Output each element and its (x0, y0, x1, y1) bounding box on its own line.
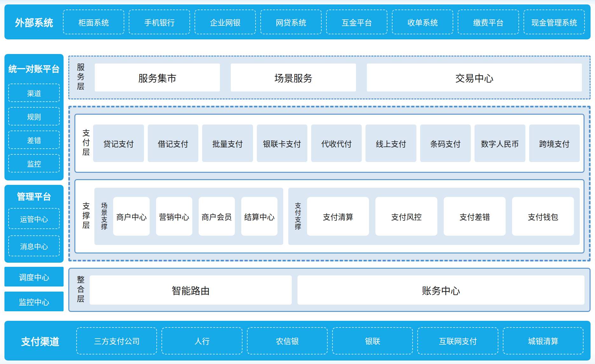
payment-support-item: 支付差错 (444, 197, 506, 236)
payment-channels-bar: 支付渠道 三方支付公司 人行 农信银 银联 互联网支付 城银清算 (4, 321, 591, 361)
support-layer-panel: 支撑层 场景支撑 商户中心 营销中心 商户会员 结算中心 支付支撑 支付清算 支… (74, 179, 585, 253)
payment-item: 银联卡支付 (257, 125, 307, 162)
mgmt-platform-panel: 管理平台 运管中心 消息中心 (4, 185, 64, 263)
payment-item: 跨境支付 (529, 125, 580, 162)
main-column: 服务层 服务集市 场景服务 交易中心 支付层 贷记支付 借记支付 批量支付 银联… (68, 39, 591, 312)
scene-support-item: 商户中心 (113, 197, 149, 236)
payment-support-item: 支付风控 (375, 197, 437, 236)
mgmt-item: 消息中心 (8, 235, 60, 256)
payment-channel-item: 农信银 (247, 327, 328, 354)
recon-platform-panel: 统一对账平台 渠道 规则 差错 监控 (4, 54, 64, 180)
service-item: 服务集市 (95, 64, 220, 91)
scene-support-group: 场景支撑 商户中心 营销中心 商户会员 结算中心 (94, 188, 283, 245)
mgmt-platform-title: 管理平台 (8, 190, 60, 202)
payment-support-label: 支付支撑 (294, 202, 301, 230)
payment-item: 数字人民币 (475, 125, 525, 162)
payment-channel-item: 城银清算 (503, 327, 584, 354)
payment-item: 线上支付 (366, 125, 416, 162)
mgmt-item: 运管中心 (8, 208, 60, 229)
integration-item: 账务中心 (298, 275, 585, 305)
recon-item: 差错 (8, 131, 60, 149)
recon-item: 规则 (8, 107, 60, 125)
payment-channel-item: 人行 (161, 327, 242, 354)
scene-support-label: 场景支撑 (100, 202, 107, 230)
payment-channel-item: 互联网支付 (417, 327, 498, 354)
external-system-item: 收单系统 (392, 10, 453, 34)
integration-item: 智能路由 (90, 275, 292, 305)
scene-support-item: 营销中心 (156, 197, 192, 236)
external-system-item: 柜面系统 (63, 10, 124, 34)
service-item: 场景服务 (231, 64, 356, 91)
external-system-item: 企业网银 (195, 10, 256, 34)
payment-channels-items: 三方支付公司 人行 农信银 银联 互联网支付 城银清算 (76, 327, 584, 354)
integration-layer-label: 整合层 (76, 276, 84, 304)
payment-item: 条码支付 (420, 125, 471, 162)
architecture-diagram: 外部系统 柜面系统 手机银行 企业网银 网贷系统 互金平台 收单系统 缴费平台 … (0, 0, 595, 364)
external-systems-items: 柜面系统 手机银行 企业网银 网贷系统 互金平台 收单系统 缴费平台 现金管理系… (63, 10, 585, 34)
scene-support-item: 结算中心 (241, 197, 277, 236)
payment-support-group: 支付支撑 支付清算 支付风控 支付差错 支付钱包 (288, 188, 580, 245)
payment-layer-label: 支付层 (81, 129, 89, 158)
payment-item: 批量支付 (202, 125, 253, 162)
payment-support-item: 支付钱包 (512, 197, 574, 236)
integration-layer-panel: 整合层 智能路由 账务中心 (68, 268, 591, 312)
payment-item: 贷记支付 (93, 125, 144, 162)
support-layer-label: 支撑层 (81, 202, 89, 231)
service-layer-label: 服务层 (76, 63, 84, 92)
recon-item: 监控 (8, 154, 60, 172)
recon-platform-title: 统一对账平台 (8, 62, 60, 75)
external-systems-bar: 外部系统 柜面系统 手机银行 企业网银 网贷系统 互金平台 收单系统 缴费平台 … (4, 4, 591, 39)
monitor-center-box: 监控中心 (4, 292, 64, 311)
payment-layer-panel: 支付层 贷记支付 借记支付 批量支付 银联卡支付 代收代付 线上支付 条码支付 … (74, 114, 585, 173)
payment-channel-item: 三方支付公司 (76, 327, 157, 354)
external-system-item: 现金管理系统 (523, 10, 585, 34)
scene-support-item: 商户会员 (199, 197, 235, 236)
external-system-item: 网贷系统 (260, 10, 322, 34)
service-item: 交易中心 (367, 64, 582, 91)
payment-channels-title: 支付渠道 (11, 334, 69, 348)
payment-channel-item: 银联 (332, 327, 413, 354)
service-layer-panel: 服务层 服务集市 场景服务 交易中心 (68, 56, 591, 99)
external-systems-title: 外部系统 (10, 15, 58, 29)
external-system-item: 缴费平台 (458, 10, 519, 34)
external-system-item: 手机银行 (129, 10, 190, 34)
payment-item: 借记支付 (148, 125, 198, 162)
external-system-item: 互金平台 (326, 10, 387, 34)
sidebar: 统一对账平台 渠道 规则 差错 监控 管理平台 运管中心 消息中心 调度中心 监… (4, 39, 64, 312)
recon-item: 渠道 (8, 84, 60, 102)
body-row: 统一对账平台 渠道 规则 差错 监控 管理平台 运管中心 消息中心 调度中心 监… (4, 39, 591, 312)
dispatch-center-box: 调度中心 (4, 267, 64, 286)
core-layers-container: 支付层 贷记支付 借记支付 批量支付 银联卡支付 代收代付 线上支付 条码支付 … (68, 106, 591, 261)
payment-item: 代收代付 (311, 125, 362, 162)
payment-support-item: 支付清算 (307, 197, 369, 236)
